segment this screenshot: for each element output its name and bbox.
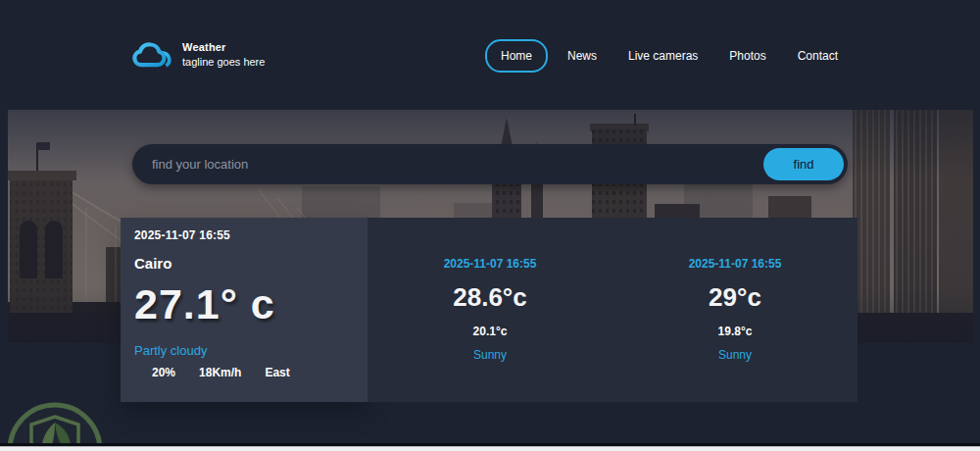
app-title: Weather — [182, 41, 265, 53]
forecast-card: 2025-11-07 16:55 28.6°c 20.1°c Sunny — [368, 218, 612, 402]
forecast-card: 2025-11-07 16:55 29°c 19.8°c Sunny — [612, 218, 858, 402]
wind-speed-value: 18Km/h — [199, 366, 241, 379]
nav-item-home[interactable]: Home — [485, 39, 548, 73]
brand-text: Weather tagline goes here — [182, 41, 265, 68]
current-condition: Partly cloudy — [134, 343, 354, 358]
nav-item-live-cameras[interactable]: Live cameras — [616, 39, 710, 73]
nav-item-contact[interactable]: Contact — [786, 39, 850, 73]
forecast-low-temp: 19.8°c — [612, 325, 858, 338]
forecast-low-temp: 20.1°c — [368, 325, 612, 338]
forecast-condition: Sunny — [612, 348, 858, 362]
search-input[interactable] — [132, 144, 763, 184]
find-button[interactable]: find — [763, 148, 844, 180]
current-temperature: 27.1° c — [134, 280, 354, 328]
nav-item-photos[interactable]: Photos — [717, 39, 777, 73]
current-stats-row: 20% 18Km/h East — [134, 366, 354, 379]
current-datetime: 2025-11-07 16:55 — [134, 228, 354, 242]
location-search-bar: find — [132, 144, 848, 184]
cloud-logo-icon — [130, 39, 172, 69]
current-weather-card: 2025-11-07 16:55 Cairo 27.1° c Partly cl… — [121, 218, 368, 402]
horizontal-scrollbar[interactable] — [0, 446, 980, 451]
wind-direction-value: East — [265, 366, 289, 379]
forecast-datetime: 2025-11-07 16:55 — [612, 257, 858, 271]
forecast-panel: 2025-11-07 16:55 28.6°c 20.1°c Sunny 202… — [368, 218, 858, 402]
app-tagline: tagline goes here — [182, 56, 265, 68]
humidity-value: 20% — [152, 366, 175, 379]
forecast-high-temp: 29°c — [612, 282, 858, 313]
forecast-high-temp: 28.6°c — [368, 282, 612, 313]
weather-app-page: Weather tagline goes here Home News Live… — [0, 0, 980, 451]
header: Weather tagline goes here Home News Live… — [0, 0, 980, 110]
forecast-datetime: 2025-11-07 16:55 — [368, 257, 612, 271]
brand: Weather tagline goes here — [130, 39, 265, 69]
forecast-condition: Sunny — [368, 348, 612, 362]
nav-item-news[interactable]: News — [556, 39, 609, 73]
main-nav: Home News Live cameras Photos Contact — [485, 39, 850, 73]
current-city: Cairo — [134, 255, 354, 272]
